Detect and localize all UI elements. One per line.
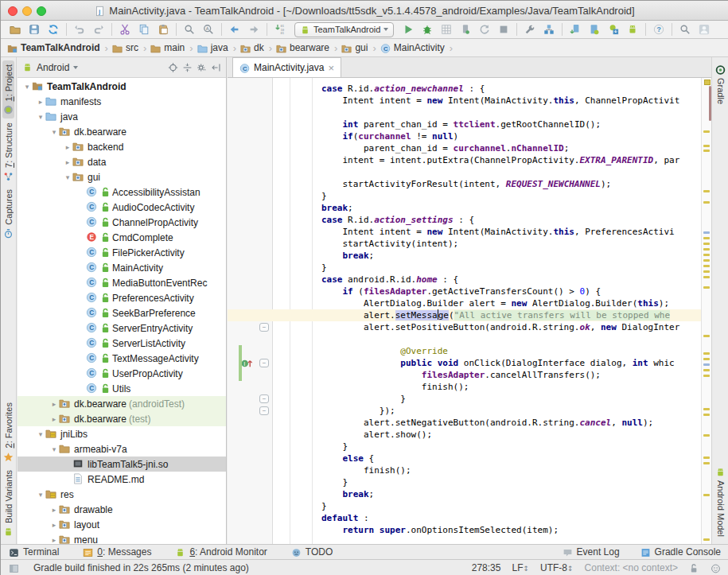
code-line-5[interactable]: if(curchannel != null) [228,130,701,142]
tree-item-drawable[interactable]: ▸drawable [18,502,226,517]
tree-item-backend[interactable]: ▸backend [18,139,226,154]
code-line-15[interactable]: break; [228,250,701,262]
help-button[interactable]: ? [649,21,668,37]
tree-item-utils[interactable]: CUtils [18,381,226,396]
code-line-33[interactable]: finish(); [228,464,701,476]
tool-stripe-gradle[interactable]: Gradle [714,60,726,108]
tree-item-mediabuttoneventrec[interactable]: CMediaButtonEventRec [18,275,226,290]
code-line-16[interactable]: } [228,262,701,274]
tree-item-gui[interactable]: ▾gui [18,169,226,185]
expanded-arrow-icon[interactable]: ▾ [36,113,45,121]
tool-window-toggle-icon[interactable] [9,563,19,573]
code-line-28[interactable]: }); [228,405,701,417]
locate-icon[interactable] [168,62,178,72]
warning-stripe-mark[interactable] [703,408,710,410]
code-line-27[interactable]: } [228,393,701,405]
maximize-window-button[interactable] [37,6,46,16]
warning-stripe-mark[interactable] [703,201,710,204]
expanded-arrow-icon[interactable]: ▾ [49,445,59,453]
code-line-22[interactable] [228,333,701,345]
tree-item-layout[interactable]: ▸layout [18,517,226,532]
tree-item-serverlistactivity[interactable]: CServerListActivity [18,336,226,351]
code-line-12[interactable]: case R.id.action_settings : { [228,214,701,226]
warning-stripe-mark[interactable] [703,259,710,262]
code-line-30[interactable]: alert.show(); [228,429,701,441]
warning-stripe-mark[interactable] [703,538,710,541]
code-line-34[interactable]: } [228,476,701,488]
code-line-31[interactable]: } [228,441,701,453]
warning-stripe-mark[interactable] [703,276,710,278]
code-line-8[interactable] [228,166,701,178]
code-area[interactable]: case R.id.action_newchannel : { Intent i… [228,83,701,536]
tree-item-dk-bearware[interactable]: ▸dk.bearware(androidTest) [18,396,226,411]
collapsed-arrow-icon[interactable]: ▸ [36,98,45,106]
code-line-35[interactable]: break; [228,488,701,500]
breadcrumb-item-gui[interactable]: gui [341,42,368,53]
tree-item-java[interactable]: ▾java [18,109,226,124]
error-stripe[interactable] [701,78,711,544]
profile-button[interactable] [695,21,714,37]
warning-stripe-mark[interactable] [703,286,710,289]
tree-item-armeabi-v7a[interactable]: ▾armeabi-v7a [18,441,226,457]
warning-stripe-mark[interactable] [703,145,710,147]
search-everywhere-button[interactable] [675,21,695,37]
info-stripe-mark[interactable] [703,363,710,366]
tree-item-libteamtalk5-jni-so[interactable]: libTeamTalk5-jni.so [18,457,226,472]
warning-stripe-mark[interactable] [703,254,710,256]
collapsed-arrow-icon[interactable]: ▸ [63,143,72,151]
tree-item-data[interactable]: ▸data [18,154,226,169]
breadcrumb-item-src[interactable]: src [112,42,138,53]
tree-item-channelpropactivity[interactable]: CChannelPropActivity [18,215,226,230]
collapsed-arrow-icon[interactable]: ▸ [49,415,59,423]
cut-button[interactable] [115,21,134,37]
save-all-button[interactable] [25,21,44,37]
tree-item-dk-bearware[interactable]: ▸dk.bearware(test) [18,411,226,426]
context-indicator[interactable]: Context: <no context> [585,562,678,573]
warning-stripe-mark[interactable] [703,237,710,239]
open-button[interactable] [6,21,25,37]
warning-stripe-mark[interactable] [703,434,710,437]
highlighting-level-icon[interactable] [710,563,721,573]
tree-item-mainactivity[interactable]: CMainActivity [18,260,226,275]
debug-button[interactable] [418,21,437,37]
warning-stripe-mark[interactable] [703,190,710,192]
paste-button[interactable] [154,21,173,37]
tool-stripe-captures[interactable]: Captures [2,185,14,243]
expanded-arrow-icon[interactable]: ▾ [22,83,32,91]
run-with-coverage-button[interactable] [437,21,456,37]
expanded-arrow-icon[interactable]: ▾ [36,430,45,438]
line-separator-selector[interactable]: LF↕ [512,562,529,573]
gear-icon[interactable] [197,62,207,72]
copy-button[interactable] [134,21,154,37]
tree-item-teamtalkandroid[interactable]: ▾TeamTalkAndroid [18,79,226,94]
warning-stripe-mark[interactable] [703,130,710,133]
replace-button[interactable]: A [199,21,218,37]
warning-stripe-mark[interactable] [703,375,710,377]
breadcrumb-item-dk[interactable]: dk [240,42,264,53]
warning-stripe-mark[interactable] [703,457,710,459]
back-button[interactable] [225,21,244,37]
code-line-4[interactable]: int parent_chan_id = ttclient.getRootCha… [228,118,701,130]
warning-stripe-mark[interactable] [703,248,710,251]
code-line-29[interactable]: alert.setNegativeButton(android.R.string… [228,417,701,429]
tree-item-filepickeractivity[interactable]: CFilePickerActivity [18,245,226,260]
warning-stripe-mark[interactable] [703,150,710,152]
android-virtual-device-button[interactable] [623,21,642,37]
attach-debugger-button[interactable] [456,21,475,37]
code-line-24[interactable]: public void onClick(DialogInterface dial… [228,357,701,369]
expanded-arrow-icon[interactable]: ▾ [63,173,72,181]
tree-item-seekbarpreference[interactable]: CSeekBarPreference [18,305,226,321]
warning-stripe-mark[interactable] [703,335,710,337]
warning-stripe-mark[interactable] [703,243,710,245]
breadcrumb-item-main[interactable]: main [150,42,185,53]
caret-position[interactable]: 278:35 [472,562,501,573]
tree-item-userpropactivity[interactable]: CUserPropActivity [18,366,226,381]
tool-stripe-android-model[interactable]: Android Model [714,463,726,541]
tree-item-cmdcomplete[interactable]: ECmdComplete [18,230,226,245]
breadcrumb-item-teamtalkandroid[interactable]: TeamTalkAndroid [7,42,100,53]
tool-stripe-2-favorites[interactable]: 2: Favorites [2,398,14,465]
code-line-10[interactable]: } [228,190,701,202]
code-line-9[interactable]: startActivityForResult(intent, REQUEST_N… [228,178,701,190]
code-line-6[interactable]: parent_chan_id = curchannel.nChannelID; [228,142,701,154]
synchronize-button[interactable] [44,21,63,37]
